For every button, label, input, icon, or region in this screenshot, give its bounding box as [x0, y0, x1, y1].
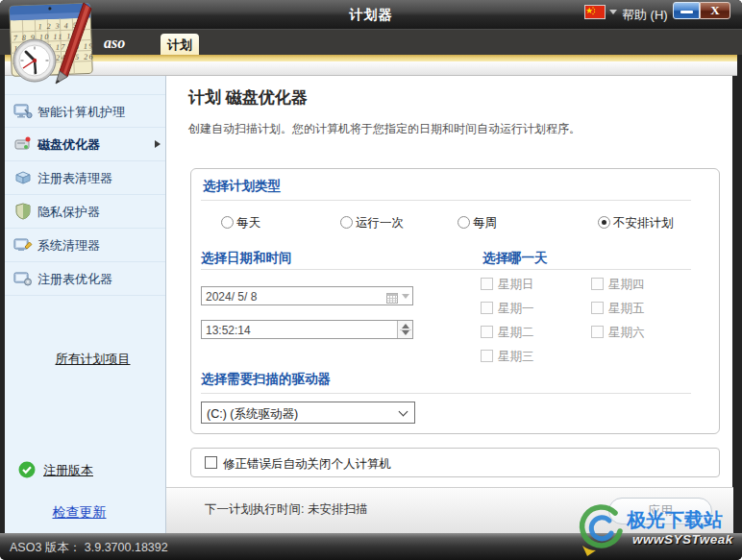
footer-bar: 下一计划执行时间: 未安排扫描 应用 — [166, 488, 733, 533]
checkbox-icon — [481, 278, 493, 290]
radio-circle-selected-icon — [598, 216, 610, 229]
drive-select[interactable]: (C:) (系统驱动器) — [201, 402, 415, 424]
divider — [201, 200, 691, 201]
date-dropdown-caret-icon — [402, 294, 409, 299]
time-value: 13:52:14 — [206, 324, 251, 337]
page-description: 创建自动扫描计划。您的计算机将于您指定的日期和时间自动运行计划程序。 — [188, 121, 581, 137]
china-flag-icon[interactable] — [584, 5, 606, 19]
check-updates-link[interactable]: 检查更新 — [5, 504, 154, 522]
sidebar: 智能计算机护理 磁盘优化器 注册表清理器 隐私保护器 系统清理器 注册表优化器 … — [5, 76, 165, 533]
spin-down-icon — [402, 330, 409, 335]
checkbox-icon — [591, 302, 604, 314]
sidebar-item-smart-pc-care[interactable]: 智能计算机护理 — [5, 94, 165, 128]
apply-button[interactable]: 应用 — [608, 498, 712, 524]
brand-tab[interactable]: aso — [104, 35, 125, 52]
calendar-icon — [386, 290, 398, 302]
sidebar-item-registry-cleaner[interactable]: 注册表清理器 — [5, 161, 165, 195]
sidebar-item-privacy-protector[interactable]: 隐私保护器 — [5, 195, 165, 229]
title-bar: 计划器 帮助 (H) X — [0, 0, 742, 29]
radio-circle-icon — [221, 216, 234, 229]
schedule-settings-group: 选择计划类型 每天 运行一次 每周 不安排计划 选择日期和时间 选择哪一天 — [190, 168, 720, 434]
next-run-text: 下一计划执行时间: 未安排扫描 — [205, 501, 367, 518]
shutdown-checkbox[interactable] — [205, 456, 217, 469]
weekday-heading: 选择哪一天 — [482, 250, 548, 267]
main-panel: 计划 磁盘优化器 创建自动扫描计划。您的计算机将于您指定的日期和时间自动运行计划… — [165, 76, 732, 533]
time-picker[interactable]: 13:52:14 — [201, 320, 413, 339]
registry-cleaner-icon — [13, 168, 33, 187]
minimize-button[interactable] — [673, 2, 700, 19]
date-value: 2024/ 5/ 8 — [206, 290, 257, 304]
language-dropdown-caret-icon[interactable] — [609, 10, 617, 14]
active-item-arrow-icon — [155, 140, 161, 148]
header-substrip — [5, 61, 737, 76]
app-logo-calendar-clock-pen: 1 2 3 4 5 6 7 8 9 10 11 12 14 15 16 17 1… — [0, 0, 98, 92]
version-text: ASO3 版本： 3.9.3700.18392 — [10, 540, 168, 556]
help-button[interactable]: 帮助 (H) — [622, 7, 668, 24]
sidebar-item-disk-optimizer[interactable]: 磁盘优化器 — [5, 128, 165, 161]
shutdown-label: 修正错误后自动关闭个人计算机 — [223, 456, 391, 473]
privacy-shield-icon — [13, 202, 33, 221]
schedule-type-heading: 选择计划类型 — [203, 178, 281, 195]
checkbox-icon — [481, 350, 493, 362]
gold-accent-band — [5, 55, 737, 61]
tab-bar: aso 计划 — [0, 29, 742, 55]
drive-selected-value: (C:) (系统驱动器) — [207, 406, 298, 423]
checkbox-icon — [591, 278, 604, 290]
registry-optimizer-icon — [13, 269, 33, 288]
date-picker[interactable]: 2024/ 5/ 8 — [201, 286, 413, 305]
page-title: 计划 磁盘优化器 — [188, 86, 308, 109]
disk-optimizer-icon — [13, 134, 33, 154]
shutdown-option-group: 修正错误后自动关闭个人计算机 — [190, 448, 720, 477]
drive-heading: 选择需要扫描的驱动器 — [201, 371, 331, 388]
spin-up-icon — [402, 324, 409, 329]
chevron-down-icon — [399, 407, 408, 417]
checkbox-icon — [481, 302, 493, 314]
divider — [201, 393, 691, 394]
radio-circle-icon — [340, 216, 353, 229]
datetime-heading: 选择日期和时间 — [201, 250, 292, 267]
pc-care-icon — [13, 102, 33, 121]
checkbox-icon — [481, 326, 493, 338]
radio-circle-icon — [458, 216, 470, 229]
tab-schedule[interactable]: 计划 — [161, 34, 199, 56]
divider — [201, 269, 691, 270]
sidebar-item-system-cleaner[interactable]: 系统清理器 — [5, 229, 165, 262]
checkbox-icon — [591, 326, 604, 338]
minimize-icon — [680, 11, 693, 13]
all-schedule-items-link[interactable]: 所有计划项目 — [12, 351, 173, 368]
system-cleaner-icon — [13, 235, 33, 255]
close-button[interactable]: X — [700, 2, 730, 19]
app-window: 计划器 帮助 (H) X aso 计划 智能计算机护理 磁盘优化器 注册表清理器… — [0, 0, 742, 560]
time-spinner[interactable] — [397, 321, 412, 338]
sidebar-item-registry-optimizer[interactable]: 注册表优化器 — [5, 262, 165, 296]
green-check-icon — [18, 461, 36, 482]
status-bar: ASO3 版本： 3.9.3700.18392 — [0, 533, 742, 560]
